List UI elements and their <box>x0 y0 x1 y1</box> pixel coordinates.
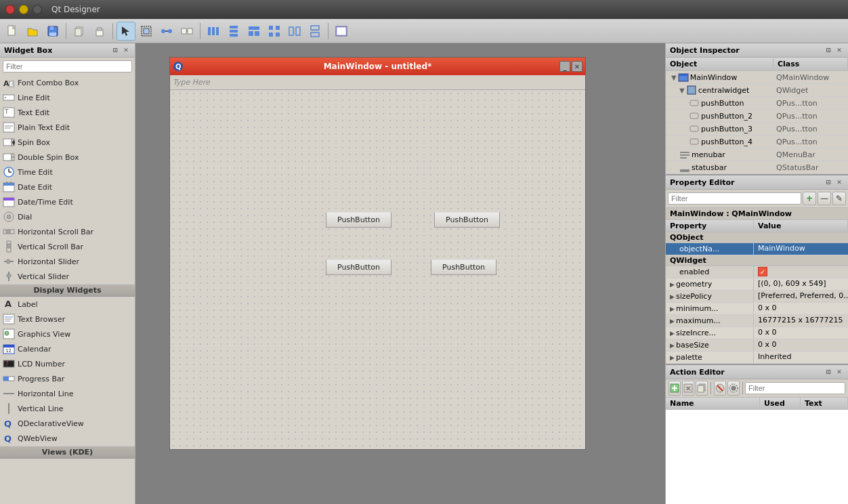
open-button[interactable] <box>23 22 42 41</box>
widget-item-horizontal-line[interactable]: Horizontal Line <box>0 386 135 401</box>
save-button[interactable] <box>43 22 62 41</box>
prop-value-sizepolicy[interactable]: [Preferred, Preferred, 0... <box>754 291 848 302</box>
widget-item-date-edit[interactable]: Date Edit <box>0 180 135 194</box>
action-copy-button[interactable] <box>696 381 708 396</box>
buddy-button[interactable] <box>177 22 196 41</box>
prop-value-enabled[interactable]: ✓ <box>754 266 848 278</box>
prop-row-maximumsize[interactable]: ▶ maximum... 16777215 x 16777215 <box>666 315 848 327</box>
widget-item-hslider[interactable]: Horizontal Slider <box>0 254 135 269</box>
maximize-button[interactable] <box>33 5 42 14</box>
tree-row-mainwindow[interactable]: ▼ MainWindow QMainWindow <box>666 71 848 84</box>
enabled-checkbox[interactable]: ✓ <box>758 267 767 276</box>
widget-item-vscrollbar[interactable]: Vertical Scroll Bar <box>0 239 135 254</box>
widget-box-float[interactable]: ⊡ <box>110 45 120 55</box>
push-button-2[interactable]: PushButton <box>434 212 500 228</box>
sizepolicy-expand[interactable]: ▶ <box>670 293 675 300</box>
widget-item-vslider[interactable]: Vertical Slider <box>0 269 135 284</box>
prop-row-objectname[interactable]: objectNa... MainWindow <box>666 243 848 255</box>
widget-item-label[interactable]: A Label <box>0 297 135 312</box>
layout-v-button[interactable] <box>224 22 243 41</box>
prop-value-basesize[interactable]: 0 x 0 <box>754 339 848 351</box>
layout-split-h-button[interactable] <box>285 22 304 41</box>
widget-item-text-browser[interactable]: Text Browser <box>0 312 135 327</box>
prop-value-minimumsize[interactable]: 0 x 0 <box>754 303 848 314</box>
paste-button[interactable] <box>90 22 109 41</box>
widget-item-datetime-edit[interactable]: Date/Time Edit <box>0 194 135 209</box>
push-button-3[interactable]: PushButton <box>326 259 391 275</box>
select-mode-button[interactable] <box>116 22 135 41</box>
widget-item-calendar[interactable]: 12 Calendar <box>0 341 135 356</box>
designer-canvas[interactable]: PushButton PushButton PushButton PushBut… <box>170 90 585 449</box>
tree-row-pushbutton-4[interactable]: pushButton_4 QPus...tton <box>666 135 848 148</box>
widget-item-plain-text-edit[interactable]: Plain Text Edit <box>0 120 135 135</box>
property-editor-float[interactable]: ⊡ <box>824 177 833 187</box>
widget-item-line-edit[interactable]: Line Edit <box>0 90 135 105</box>
widget-box-close[interactable]: ✕ <box>121 45 131 55</box>
action-editor-float[interactable]: ⊡ <box>824 367 833 377</box>
object-inspector-close[interactable]: ✕ <box>834 45 844 55</box>
widget-box-filter-input[interactable] <box>3 60 132 72</box>
prop-value-palette[interactable]: Inherited <box>754 352 848 363</box>
sizeincrement-expand[interactable]: ▶ <box>670 330 675 337</box>
tree-expand-centralwidget[interactable]: ▼ <box>679 87 685 94</box>
geometry-expand[interactable]: ▶ <box>670 281 675 288</box>
maximumsize-expand[interactable]: ▶ <box>670 318 675 324</box>
prop-value-maximumsize[interactable]: 16777215 x 16777215 <box>754 315 848 327</box>
prop-value-objectname[interactable]: MainWindow <box>754 243 848 255</box>
menu-placeholder[interactable]: Type Here <box>173 78 210 87</box>
action-settings-button[interactable] <box>727 381 740 396</box>
action-no-button[interactable] <box>714 381 726 396</box>
push-button-1[interactable]: PushButton <box>326 212 391 228</box>
widget-item-graphics-view[interactable]: Graphics View <box>0 327 135 341</box>
tree-row-menubar[interactable]: menubar QMenuBar <box>666 148 848 161</box>
canvas-area[interactable]: Q MainWindow - untitled* _ ✕ Type Here P… <box>135 43 665 504</box>
widget-item-hscrollbar[interactable]: Horizontal Scroll Bar <box>0 224 135 239</box>
layout-split-v-button[interactable] <box>305 22 324 41</box>
prop-value-sizeincrement[interactable]: 0 x 0 <box>754 327 848 339</box>
minimumsize-expand[interactable]: ▶ <box>670 306 675 312</box>
widget-item-dial[interactable]: Dial <box>0 209 135 224</box>
prop-row-minimumsize[interactable]: ▶ minimum... 0 x 0 <box>666 303 848 315</box>
palette-expand[interactable]: ▶ <box>670 354 675 361</box>
prop-row-geometry[interactable]: ▶ geometry [(0, 0), 609 x 549] <box>666 278 848 291</box>
tree-expand-mainwindow[interactable]: ▼ <box>671 74 677 81</box>
tab-order-button[interactable] <box>157 22 176 41</box>
minimize-button[interactable] <box>19 5 28 14</box>
display-widgets-category[interactable]: Display Widgets <box>0 284 135 297</box>
layout-h-button[interactable] <box>204 22 223 41</box>
tree-row-pushbutton[interactable]: pushButton QPus...tton <box>666 97 848 110</box>
tree-row-pushbutton-2[interactable]: pushButton_2 QPus...tton <box>666 110 848 123</box>
prop-configure-button[interactable]: ✎ <box>832 192 846 205</box>
views-kde-category[interactable]: Views (KDE) <box>0 446 135 459</box>
prop-row-basesize[interactable]: ▶ baseSize 0 x 0 <box>666 339 848 352</box>
property-editor-close[interactable]: ✕ <box>834 177 844 187</box>
action-editor-close[interactable]: ✕ <box>834 367 844 377</box>
prop-add-button[interactable]: + <box>803 192 816 205</box>
prop-row-enabled[interactable]: enabled ✓ <box>666 266 848 278</box>
layout-grid-button[interactable] <box>265 22 284 41</box>
preview-button[interactable] <box>332 22 351 41</box>
new-button[interactable] <box>3 22 22 41</box>
action-delete-button[interactable]: ✕ <box>682 381 694 396</box>
tree-row-pushbutton-3[interactable]: pushButton_3 QPus...tton <box>666 123 848 135</box>
prop-row-sizepolicy[interactable]: ▶ sizePolicy [Preferred, Preferred, 0... <box>666 291 848 303</box>
prop-value-geometry[interactable]: [(0, 0), 609 x 549] <box>754 278 848 290</box>
widget-item-qwebview[interactable]: Q QWebView <box>0 431 135 446</box>
copy-button[interactable] <box>70 22 89 41</box>
prop-row-palette[interactable]: ▶ palette Inherited <box>666 352 848 364</box>
prop-row-sizeincrement[interactable]: ▶ sizeIncre... 0 x 0 <box>666 327 848 339</box>
tree-row-centralwidget[interactable]: ▼ centralwidget QWidget <box>666 84 848 97</box>
designer-close-button[interactable]: ✕ <box>572 61 582 72</box>
widget-item-double-spin-box[interactable]: Double Spin Box <box>0 150 135 165</box>
widget-item-vertical-line[interactable]: Vertical Line <box>0 401 135 416</box>
push-button-4[interactable]: PushButton <box>431 259 496 275</box>
widget-item-lcd-number[interactable]: 7 LCD Number <box>0 356 135 371</box>
object-inspector-float[interactable]: ⊡ <box>824 45 833 55</box>
tree-row-statusbar[interactable]: statusbar QStatusBar <box>666 161 848 174</box>
prop-remove-button[interactable]: — <box>818 192 831 205</box>
widget-item-qdeclarativeview[interactable]: Q QDeclarativeView <box>0 416 135 431</box>
layout-form-button[interactable] <box>245 22 263 41</box>
widget-mode-button[interactable] <box>137 22 156 41</box>
widget-item-progress-bar[interactable]: Progress Bar <box>0 371 135 386</box>
widget-item-text-edit[interactable]: T Text Edit <box>0 105 135 120</box>
